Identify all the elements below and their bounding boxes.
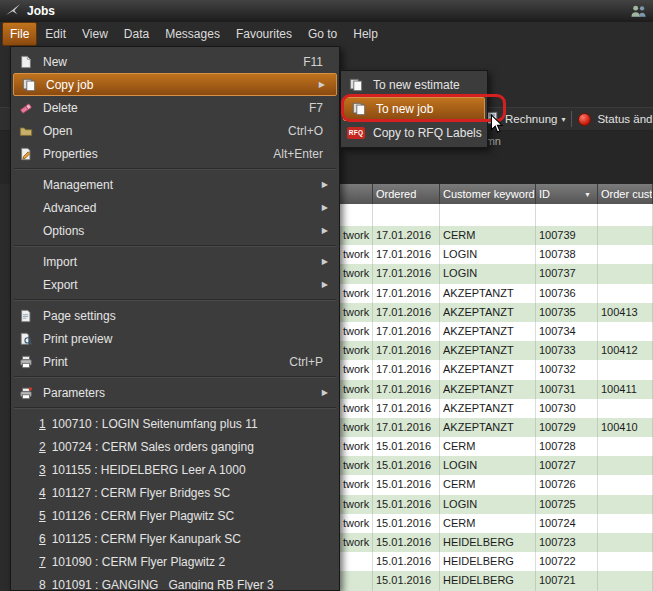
submenu-item-to-new-estimate[interactable]: To new estimate: [341, 73, 487, 97]
chevron-down-icon[interactable]: ▾: [561, 115, 565, 124]
table-row[interactable]: twork 15.01.2016 HEIDELBERG 100723: [340, 533, 653, 552]
menu-item-export[interactable]: Export ▶: [11, 273, 339, 296]
cell-clipped-fragment: twork: [340, 418, 373, 437]
table-row[interactable]: twork 15.01.2016 LOGIN 100725: [340, 495, 653, 514]
menubar-item-favourites[interactable]: Favourites: [228, 22, 300, 46]
table-row[interactable]: twork 17.01.2016 AKZEPTANZT 100736: [340, 284, 653, 303]
table-row[interactable]: twork 15.01.2016 CERM 100728: [340, 437, 653, 456]
cell-id: 100722: [536, 552, 598, 571]
cell-ordered: 15.01.2016: [373, 552, 440, 571]
menu-item-print-preview[interactable]: Print preview: [11, 327, 339, 350]
table-row[interactable]: twork 15.01.2016 CERM 100724: [340, 514, 653, 533]
recent-job-1[interactable]: 1 100710 : LOGIN Seitenumfang plus 11: [11, 412, 339, 435]
cell-clipped-fragment: twork: [340, 341, 373, 360]
cell-ordered: 15.01.2016: [373, 456, 440, 475]
submenu-item-copy-to-rfq-labels[interactable]: RFQ Copy to RFQ Labels: [341, 121, 487, 145]
recent-job-2[interactable]: 2 100724 : CERM Sales orders ganging: [11, 435, 339, 458]
cell-id: 100723: [536, 533, 598, 552]
menu-item-print[interactable]: Print Ctrl+P: [11, 350, 339, 373]
menu-item-delete[interactable]: Delete F7: [11, 96, 339, 119]
column-header-id[interactable]: ID ▼: [536, 184, 598, 204]
menu-item-open[interactable]: Open Ctrl+O: [11, 119, 339, 142]
cell-customer-keyword: HEIDELBERG: [440, 552, 536, 571]
menubar-item-data[interactable]: Data: [116, 22, 157, 46]
table-row[interactable]: twork 17.01.2016 AKZEPTANZT 100735 10041…: [340, 303, 653, 322]
cell-clipped-fragment: [340, 571, 373, 590]
table-row[interactable]: 15.01.2016 HEIDELBERG 100721: [340, 571, 653, 590]
menu-item-import[interactable]: Import ▶: [11, 250, 339, 273]
file-menu-popup: New F11 Copy job ▶ Delete F7 Open Ctrl+O: [10, 46, 340, 591]
column-header-order-customer[interactable]: Order custo: [598, 184, 653, 204]
menu-separator: [14, 407, 336, 409]
users-icon[interactable]: [630, 4, 647, 18]
cell-clipped-fragment: twork: [340, 514, 373, 533]
window-title: Jobs: [27, 4, 55, 18]
cell-clipped-fragment: twork: [340, 380, 373, 399]
menubar-item-file[interactable]: File: [2, 22, 37, 46]
menubar-item-goto[interactable]: Go to: [300, 22, 345, 46]
cell-customer-keyword: HEIDELBERG: [440, 533, 536, 552]
table-row[interactable]: twork 17.01.2016 AKZEPTANZT 100729 10041…: [340, 418, 653, 437]
cell-clipped-fragment: twork: [340, 245, 373, 264]
cell-id: 100736: [536, 284, 598, 303]
menu-item-parameters[interactable]: Parameters ▶: [11, 381, 339, 404]
recent-job-8[interactable]: 8 101091 : GANGING _Ganging RB Flyer 3: [11, 573, 339, 591]
recent-job-6[interactable]: 6 101125 : CERM Flyer Kanupark SC: [11, 527, 339, 550]
cell-customer-keyword: CERM: [440, 226, 536, 245]
menubar-item-help[interactable]: Help: [345, 22, 386, 46]
column-header-customer-keyword[interactable]: Customer keyword: [440, 184, 536, 204]
cell-ordered: 17.01.2016: [373, 264, 440, 283]
menu-item-management[interactable]: Management ▶: [11, 173, 339, 196]
cell-id: 100733: [536, 341, 598, 360]
table-row[interactable]: twork 17.01.2016 LOGIN 100737: [340, 264, 653, 283]
recent-job-4[interactable]: 4 101127 : CERM Flyer Bridges SC: [11, 481, 339, 504]
status-aendern-button[interactable]: Status änd: [597, 113, 652, 125]
cell-order-customer: [598, 552, 653, 571]
cell-ordered: 17.01.2016: [373, 303, 440, 322]
cell-ordered: 15.01.2016: [373, 495, 440, 514]
table-row[interactable]: twork 17.01.2016 LOGIN 100738: [340, 245, 653, 264]
cell-customer-keyword: HEIDELBERG: [440, 571, 536, 590]
column-header-clipped[interactable]: [340, 184, 373, 204]
table-row[interactable]: 15.01.2016 HEIDELBERG 100722: [340, 552, 653, 571]
menu-separator: [14, 299, 336, 301]
cell-order-customer: [598, 533, 653, 552]
menu-item-options[interactable]: Options ▶: [11, 219, 339, 242]
menu-item-copy-job[interactable]: Copy job ▶: [13, 73, 337, 96]
copy-job-submenu: To new estimate To new job RFQ Copy to R…: [340, 70, 488, 148]
table-row[interactable]: twork 17.01.2016 CERM 100739: [340, 226, 653, 245]
cell-ordered: 17.01.2016: [373, 360, 440, 379]
table-row[interactable]: twork 15.01.2016 LOGIN 100727: [340, 456, 653, 475]
cell-customer-keyword: CERM: [440, 475, 536, 494]
recent-job-3[interactable]: 3 101155 : HEIDELBERG Leer A 1000: [11, 458, 339, 481]
submenu-item-to-new-job[interactable]: To new job: [343, 97, 485, 121]
cell-id: 100726: [536, 475, 598, 494]
column-header-ordered[interactable]: Ordered: [373, 184, 440, 204]
menu-item-new[interactable]: New F11: [11, 50, 339, 73]
menu-item-advanced[interactable]: Advanced ▶: [11, 196, 339, 219]
rfq-icon: RFQ: [347, 127, 365, 140]
recent-job-7[interactable]: 7 101090 : CERM Flyer Plagwitz 2: [11, 550, 339, 573]
menu-item-properties[interactable]: Properties Alt+Enter: [11, 142, 339, 165]
cell-ordered: 15.01.2016: [373, 571, 440, 590]
cell-id: 100732: [536, 360, 598, 379]
menubar-item-messages[interactable]: Messages: [157, 22, 228, 46]
cell-ordered: 15.01.2016: [373, 437, 440, 456]
table-row[interactable]: twork 15.01.2016 CERM 100726: [340, 475, 653, 494]
menu-item-page-settings[interactable]: Page settings: [11, 304, 339, 327]
cell-customer-keyword: AKZEPTANZT: [440, 341, 536, 360]
cell-ordered: 15.01.2016: [373, 533, 440, 552]
cell-id: 100724: [536, 514, 598, 533]
table-row[interactable]: twork 17.01.2016 AKZEPTANZT 100730: [340, 399, 653, 418]
table-row[interactable]: twork 17.01.2016 AKZEPTANZT 100731 10041…: [340, 380, 653, 399]
table-row[interactable]: twork 17.01.2016 AKZEPTANZT 100734: [340, 322, 653, 341]
filter-row[interactable]: [340, 204, 653, 227]
recent-job-5[interactable]: 5 101126 : CERM Flyer Plagwitz SC: [11, 504, 339, 527]
rechnung-button[interactable]: Rechnung: [505, 113, 557, 125]
table-row[interactable]: twork 17.01.2016 AKZEPTANZT 100733 10041…: [340, 341, 653, 360]
menubar-item-view[interactable]: View: [74, 22, 116, 46]
cell-clipped-fragment: twork: [340, 475, 373, 494]
table-row[interactable]: twork 17.01.2016 AKZEPTANZT 100732: [340, 360, 653, 379]
submenu-arrow-icon: ▶: [319, 80, 330, 89]
menubar-item-edit[interactable]: Edit: [37, 22, 74, 46]
